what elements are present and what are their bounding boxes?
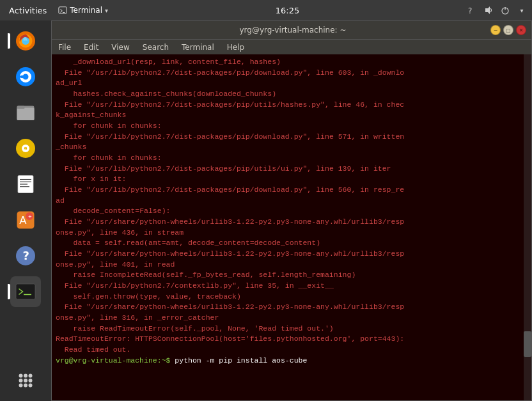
svg-rect-13 [17,108,35,121]
top-bar-left: Activities Terminal ▾ [5,4,108,17]
svg-text:♪: ♪ [24,144,28,152]
dock-item-help[interactable]: ? [10,240,41,271]
svg-point-37 [29,379,33,382]
svg-point-32 [19,374,23,378]
software-icon: A + [14,208,37,232]
scrollbar-thumb[interactable] [524,331,531,357]
svg-text:+: + [28,214,32,219]
firefox-icon [14,29,37,52]
svg-point-38 [19,384,23,388]
terminal-menu-arrow: ▾ [105,7,108,14]
terminal-menu-label: Terminal [70,6,102,15]
scrollbar[interactable] [524,54,531,400]
window-title: yrg@yrg-virtual-machine: ~ [95,26,490,35]
svg-point-39 [24,384,27,388]
dropdown-icon[interactable]: ▾ [517,5,527,15]
top-bar-clock: 16:25 [276,6,299,15]
menu-file[interactable]: File [56,42,74,53]
svg-point-33 [24,374,27,378]
dock-item-thunderbird[interactable] [10,61,41,92]
network-icon[interactable]: ? [467,5,477,15]
menu-terminal[interactable]: Terminal [179,42,217,53]
activities-button[interactable]: Activities [5,4,51,17]
menu-view[interactable]: View [109,42,132,53]
svg-rect-30 [16,284,35,299]
dock-active-indicator [8,33,10,49]
dock-active-indicator-terminal [8,284,10,299]
window-menubar: File Edit View Search Terminal Help [52,39,531,54]
dock-item-files[interactable] [10,97,41,128]
dock-item-rhythmbox[interactable]: ♪ [10,133,41,164]
volume-icon[interactable] [483,5,494,15]
svg-point-40 [29,384,33,388]
menu-edit[interactable]: Edit [81,42,101,53]
thunderbird-icon [14,65,37,88]
dock-item-terminal[interactable] [10,276,41,307]
svg-point-35 [19,379,23,382]
dock-item-firefox[interactable] [10,26,41,56]
application-dock: ♪ A + ? [0,20,51,401]
music-icon: ♪ [14,137,37,160]
power-icon[interactable] [500,5,510,15]
menu-help[interactable]: Help [224,42,247,53]
files-icon [14,101,37,124]
maximize-button[interactable]: □ [503,25,513,35]
window-controls: − □ ✕ [490,25,526,35]
svg-point-36 [24,379,27,382]
svg-point-34 [29,374,33,378]
terminal-app-menu[interactable]: Terminal ▾ [58,6,108,15]
app-grid-icon [14,369,37,392]
svg-rect-14 [17,106,25,109]
terminal-dock-icon [14,280,37,303]
top-panel: Activities Terminal ▾ 16:25 ? [0,0,532,20]
dock-item-software[interactable]: A + [10,205,41,235]
terminal-output: _download_url(resp, link, content_file, … [52,54,531,368]
svg-point-11 [23,74,29,80]
menu-search[interactable]: Search [140,42,171,53]
close-button[interactable]: ✕ [516,25,526,35]
dock-item-appgrid[interactable] [10,365,41,396]
top-bar-right: ? ▾ [467,5,527,15]
window-titlebar: yrg@yrg-virtual-machine: ~ − □ ✕ [52,21,531,39]
svg-text:?: ? [468,6,472,15]
help-icon: ? [14,244,37,267]
svg-marker-3 [485,6,490,14]
svg-text:?: ? [23,249,29,262]
writer-icon [14,173,37,196]
terminal-content-area[interactable]: _download_url(resp, link, content_file, … [52,54,531,400]
dock-item-writer[interactable] [10,169,41,200]
minimize-button[interactable]: − [490,25,501,35]
terminal-window: yrg@yrg-virtual-machine: ~ − □ ✕ File Ed… [51,20,532,401]
terminal-icon [58,6,67,15]
